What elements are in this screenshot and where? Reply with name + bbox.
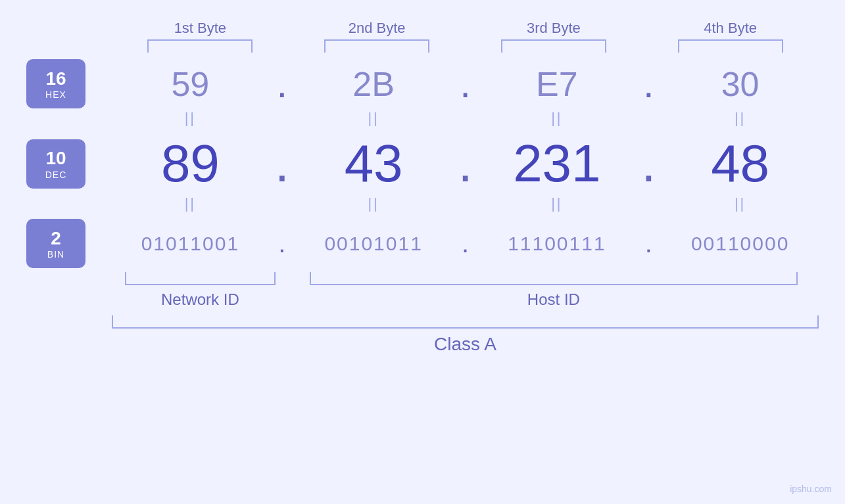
equals-row-2: || || || || (26, 195, 819, 212)
top-bracket-row (26, 39, 819, 53)
class-row: Class A (26, 315, 819, 355)
bin-badge: 2 BIN (26, 219, 85, 268)
byte-header-1: 1st Byte (112, 20, 289, 37)
bracket-3 (466, 39, 642, 53)
bin-row: 2 BIN 01011001 . 00101011 . 11100111 . 0… (26, 219, 819, 268)
bracket-shape-1 (147, 39, 253, 53)
bin-dot-2: . (452, 229, 479, 258)
host-id-section: Host ID (289, 272, 819, 309)
equals-row-1: || || || || (26, 110, 819, 127)
hex-dot-2: . (452, 61, 479, 106)
main-container: 1st Byte 2nd Byte 3rd Byte 4th Byte 16 (0, 0, 845, 504)
bin-byte-2: 00101011 (295, 233, 452, 255)
hex-base-number: 16 (45, 68, 66, 90)
equals-1-1: || (112, 110, 269, 127)
dec-base-number: 10 (45, 147, 66, 170)
class-label: Class A (434, 334, 496, 355)
bin-base-label: BIN (47, 249, 64, 260)
dec-dot-3: . (635, 133, 662, 194)
bottom-section: Network ID Host ID (26, 272, 819, 309)
byte-columns: 1st Byte 2nd Byte 3rd Byte 4th Byte (112, 20, 819, 37)
equals-2-2: || (295, 195, 452, 212)
hex-dot-1: . (269, 61, 295, 106)
host-id-label: Host ID (527, 290, 580, 309)
top-brackets (112, 39, 819, 53)
dec-badge: 10 DEC (26, 139, 85, 189)
bracket-shape-3 (501, 39, 606, 53)
class-bracket (112, 315, 819, 329)
equals-area-2: || || || || (112, 195, 819, 212)
hex-row: 16 HEX 59 . 2B . E7 . 30 (26, 59, 819, 108)
dec-values-area: 89 . 43 . 231 . 48 (112, 133, 819, 194)
network-id-bracket (125, 272, 275, 285)
equals-1-3: || (479, 110, 636, 127)
class-bracket-container: Class A (112, 315, 819, 355)
bottom-brackets-area: Network ID Host ID (112, 272, 819, 309)
bracket-4 (642, 39, 819, 53)
dec-dot-1: . (269, 133, 295, 194)
bin-base-number: 2 (51, 227, 61, 250)
byte-headers: 1st Byte 2nd Byte 3rd Byte 4th Byte (26, 20, 819, 37)
hex-base-label: HEX (45, 89, 66, 100)
bin-dot-3: . (635, 229, 662, 258)
hex-byte-3: E7 (479, 64, 636, 104)
bin-byte-4: 00110000 (662, 233, 819, 255)
byte-header-4: 4th Byte (642, 20, 819, 37)
dec-byte-1: 89 (112, 133, 269, 194)
dec-dot-2: . (452, 133, 479, 194)
bracket-2 (289, 39, 466, 53)
byte-header-3: 3rd Byte (466, 20, 642, 37)
equals-2-1: || (112, 195, 269, 212)
dec-byte-3: 231 (479, 133, 636, 194)
hex-byte-1: 59 (112, 64, 269, 104)
bin-byte-1: 01011001 (112, 233, 269, 255)
hex-byte-4: 30 (662, 64, 819, 104)
hex-values-area: 59 . 2B . E7 . 30 (112, 61, 819, 106)
hex-dot-3: . (635, 61, 662, 106)
bin-dot-1: . (269, 229, 295, 258)
equals-1-2: || (295, 110, 452, 127)
equals-2-3: || (479, 195, 636, 212)
dec-row: 10 DEC 89 . 43 . 231 . 48 (26, 133, 819, 194)
bin-byte-3: 11100111 (479, 233, 636, 255)
dec-byte-4: 48 (662, 133, 819, 194)
equals-1-4: || (662, 110, 819, 127)
network-id-section: Network ID (112, 272, 289, 309)
watermark: ipshu.com (790, 484, 832, 494)
bracket-shape-2 (324, 39, 429, 53)
bracket-1 (112, 39, 289, 53)
bracket-shape-4 (678, 39, 783, 53)
hex-byte-2: 2B (295, 64, 452, 104)
host-id-bracket (310, 272, 798, 285)
dec-byte-2: 43 (295, 133, 452, 194)
hex-badge: 16 HEX (26, 59, 85, 108)
bin-values-area: 01011001 . 00101011 . 11100111 . 0011000… (112, 229, 819, 258)
network-id-label: Network ID (161, 290, 239, 309)
equals-area-1: || || || || (112, 110, 819, 127)
byte-header-2: 2nd Byte (289, 20, 466, 37)
equals-2-4: || (662, 195, 819, 212)
dec-base-label: DEC (45, 170, 67, 180)
